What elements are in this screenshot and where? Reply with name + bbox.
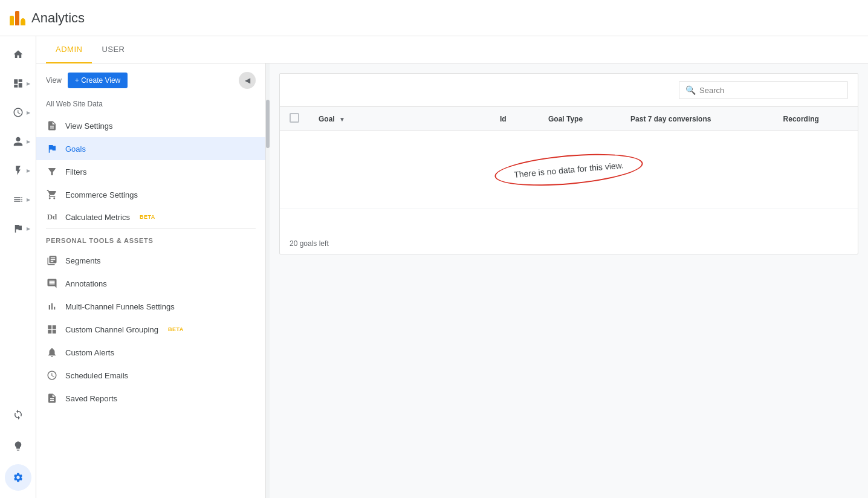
goals-left-label: 20 goals left [280,233,858,254]
app-title: Analytics [31,10,85,26]
nav-item-calculated-metrics[interactable]: Dd Calculated Metrics BETA [36,206,265,228]
tab-user[interactable]: USER [92,36,134,63]
th-goal-type: Goal Type [539,107,621,131]
view-label: View [46,76,62,85]
custom-channel-icon [46,324,58,335]
all-web-label: All Web Site Data [36,97,265,114]
annotations-icon [46,278,58,289]
sidebar-item-content[interactable]: ▶ [5,186,31,213]
nav-item-saved-reports-label: Saved Reports [65,394,117,403]
tabs-bar: ADMIN USER [36,36,868,63]
personal-tools-section-label: PERSONAL TOOLS & ASSETS [36,228,265,249]
logo-bar-2 [15,11,19,25]
tab-admin[interactable]: ADMIN [46,36,92,63]
nav-item-scheduled-emails-label: Scheduled Emails [65,371,128,380]
th-goal[interactable]: Goal ▼ [309,107,490,131]
content-arrow: ▶ [27,197,30,202]
goals-nav-icon [46,143,58,154]
th-goal-label: Goal [319,115,335,123]
th-recording: Recording [774,107,858,131]
custom-channel-beta-badge: BETA [168,326,184,332]
nav-item-filters[interactable]: Filters [36,160,265,183]
calculated-metrics-icon: Dd [46,212,58,222]
segments-icon [46,255,58,266]
nav-item-scheduled-emails[interactable]: Scheduled Emails [36,364,265,387]
saved-reports-icon [46,393,58,404]
nav-item-ecommerce[interactable]: Ecommerce Settings [36,183,265,206]
inner-layout: View + Create View ◀ All Web Site Data V… [36,63,868,498]
collapse-button[interactable]: ◀ [239,72,256,89]
th-past-7-days: Past 7 day conversions [621,107,774,131]
collapse-arrow-icon: ◀ [245,76,250,85]
nav-item-view-settings-label: View Settings [65,121,113,131]
table-header-row: Goal ▼ Id Goal Type Past 7 day conversio… [280,107,858,131]
content-box: 🔍 Goal [279,73,858,254]
nav-item-multi-channel[interactable]: Multi-Channel Funnels Settings [36,295,265,318]
search-input[interactable] [699,86,841,95]
sidebar-item-goals[interactable]: ▶ [5,157,31,184]
content-box-header: 🔍 [280,74,858,107]
scheduled-emails-icon [46,370,58,381]
flags-arrow: ▶ [27,226,30,231]
sidebar-bottom [5,401,31,498]
multi-channel-icon [46,301,58,312]
custom-alerts-icon [46,347,58,358]
sidebar-item-dashboard[interactable]: ▶ [5,70,31,97]
th-checkbox [280,107,309,131]
sort-arrow-icon: ▼ [339,116,345,123]
view-settings-icon [46,120,58,131]
no-data-message: There is no data for this view. [493,149,644,190]
reports-arrow: ▶ [27,110,30,115]
dashboard-arrow: ▶ [27,81,30,86]
search-box: 🔍 [679,81,848,99]
logo-bar-1 [10,16,14,25]
calculated-metrics-beta-badge: BETA [140,214,155,220]
ecommerce-icon [46,189,58,200]
no-data-row: There is no data for this view. [280,131,858,209]
nav-item-calculated-metrics-label: Calculated Metrics [65,213,130,222]
nav-item-custom-channel[interactable]: Custom Channel Grouping BETA [36,318,265,341]
th-id: Id [490,107,539,131]
nav-item-view-settings[interactable]: View Settings [36,114,265,137]
nav-item-saved-reports[interactable]: Saved Reports [36,387,265,410]
nav-item-goals-label: Goals [65,144,86,154]
nav-item-multi-channel-label: Multi-Channel Funnels Settings [65,302,175,311]
data-table: Goal ▼ Id Goal Type Past 7 day conversio… [280,107,858,233]
scroll-track [266,63,270,498]
nav-item-filters-label: Filters [65,167,86,176]
nav-panel: View + Create View ◀ All Web Site Data V… [36,63,266,498]
nav-item-ecommerce-label: Ecommerce Settings [65,190,138,199]
nav-item-custom-alerts-label: Custom Alerts [65,348,114,357]
sidebar-item-settings[interactable] [5,464,31,491]
sidebar-item-loop[interactable] [5,401,31,428]
sidebar-item-reports[interactable]: ▶ [5,99,31,126]
nav-item-custom-alerts[interactable]: Custom Alerts [36,341,265,364]
select-all-checkbox[interactable] [290,113,299,123]
top-header: Analytics [0,0,868,36]
sidebar-item-users[interactable]: ▶ [5,128,31,155]
spacer-row [280,209,858,233]
nav-item-annotations[interactable]: Annotations [36,272,265,295]
nav-item-segments[interactable]: Segments [36,249,265,272]
scroll-thumb[interactable] [266,100,270,148]
nav-panel-header: View + Create View ◀ [36,63,265,97]
nav-item-goals[interactable]: Goals [36,137,265,160]
sidebar-item-home[interactable] [5,41,31,68]
no-data-cell: There is no data for this view. [280,131,858,209]
nav-item-custom-channel-label: Custom Channel Grouping [65,325,158,334]
content-area: ADMIN USER View + Create View ◀ All Web … [36,36,868,498]
main-layout: ▶ ▶ ▶ ▶ ▶ ▶ [0,36,868,498]
sidebar-item-flags[interactable]: ▶ [5,215,31,242]
nav-item-annotations-label: Annotations [65,279,107,288]
users-arrow: ▶ [27,139,30,144]
sidebar-item-bulb[interactable] [5,433,31,459]
main-content: 🔍 Goal [270,63,868,498]
filters-icon [46,166,58,177]
logo-icon [10,11,25,25]
goals-arrow: ▶ [27,168,30,173]
logo-bar-3 [21,18,25,25]
nav-item-segments-label: Segments [65,256,101,265]
search-icon: 🔍 [685,85,696,95]
create-view-button[interactable]: + Create View [68,73,128,88]
icon-sidebar: ▶ ▶ ▶ ▶ ▶ ▶ [0,36,36,498]
